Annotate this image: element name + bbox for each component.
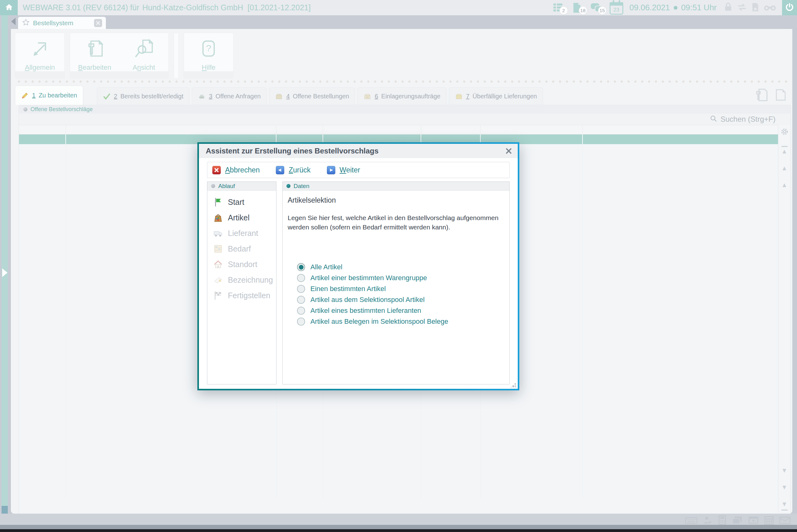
- wizard-step-label: Artikel: [228, 213, 249, 222]
- dialog-titlebar[interactable]: Assistent zur Erstellung eines Bestellvo…: [199, 144, 518, 158]
- view-tab[interactable]: 3 Offene Anfragen: [192, 88, 266, 105]
- view-tab[interactable]: 2 Bereits bestellt/erledigt: [97, 88, 189, 105]
- sidebar-flyout-arrow[interactable]: [2, 268, 7, 277]
- search-row: Suchen (Strg+F): [19, 114, 791, 125]
- ribbon-ansicht-button[interactable]: Ansicht: [119, 33, 168, 78]
- messages-badge[interactable]: 15: [590, 2, 606, 14]
- radio-label: Artikel aus Belegen im Selektionspool Be…: [310, 318, 448, 326]
- search-shortcut-label[interactable]: Suchen (Strg+F): [720, 115, 776, 124]
- ribbon-allgemein-button[interactable]: Allgemein: [15, 33, 64, 78]
- time-text: 09:51 Uhr: [681, 3, 717, 13]
- cancel-button[interactable]: Abbrechen: [212, 166, 260, 174]
- radio-button[interactable]: [297, 296, 305, 304]
- radio-option[interactable]: Artikel aus dem Selektionspool Artikel: [288, 294, 504, 305]
- next-button[interactable]: Weiter: [327, 166, 360, 174]
- taskbar-band: [0, 525, 797, 529]
- radio-option[interactable]: Alle Artikel: [288, 262, 504, 273]
- wizard-step[interactable]: Artikel: [207, 210, 276, 225]
- view-tab-label: Offene Bestellungen: [293, 93, 349, 100]
- calendar-icon[interactable]: 23: [610, 2, 623, 15]
- scroll-down-icon[interactable]: ▼: [781, 467, 787, 474]
- dot-separator: [674, 6, 678, 10]
- screen-edge: [0, 529, 797, 532]
- column-header[interactable]: [481, 125, 583, 134]
- chevron-left-icon[interactable]: [11, 18, 16, 25]
- lock-icon[interactable]: [723, 2, 734, 14]
- documents-badge[interactable]: 18: [571, 2, 587, 14]
- radio-option[interactable]: Artikel einer bestimmten Warengruppe: [288, 273, 504, 284]
- back-button[interactable]: Zurück: [276, 166, 310, 174]
- ribbon-bearbeiten-button[interactable]: Bearbeiten: [70, 33, 119, 78]
- column-settings-gear-icon[interactable]: [780, 127, 789, 137]
- dialog-title: Assistent zur Erstellung eines Bestellvo…: [206, 147, 505, 155]
- arrow-right-icon: [327, 166, 335, 174]
- radio-button[interactable]: [297, 318, 305, 326]
- wizard-step[interactable]: Standort: [207, 256, 276, 272]
- wizard-step-label: Standort: [228, 260, 258, 269]
- view-tab[interactable]: 1 Zu bearbeiten: [15, 86, 83, 105]
- view-tab-label: Bereits bestellt/erledigt: [120, 93, 183, 100]
- scroll-bottom-icon[interactable]: ▼: [781, 501, 787, 507]
- view-tab[interactable]: 6 Einlagerungsaufträge: [357, 88, 446, 105]
- view-tab-icon: [275, 92, 283, 100]
- radio-button[interactable]: [297, 263, 305, 271]
- radio-option[interactable]: Artikel eines bestimmten Lieferanten: [288, 305, 504, 316]
- favorite-star-icon[interactable]: [22, 18, 30, 28]
- dialog-close-button[interactable]: [505, 148, 512, 154]
- section-title: Offene Bestellvorschläge: [31, 106, 93, 113]
- ribbon-toolbar: Allgemein Bearbeiten Ansicht: [15, 33, 233, 78]
- scroll-up-icon[interactable]: ▲: [781, 182, 787, 188]
- radio-button[interactable]: [297, 274, 305, 282]
- new-entry-icon[interactable]: [774, 88, 787, 104]
- wizard-dialog: Assistent zur Erstellung eines Bestellvo…: [197, 142, 519, 391]
- column-header[interactable]: [277, 125, 323, 134]
- tasks-badge[interactable]: 2: [552, 2, 568, 14]
- page-heading: Artikelselektion: [288, 196, 504, 205]
- scroll-top-icon[interactable]: ▲: [781, 148, 787, 154]
- edit-entry-icon[interactable]: [755, 88, 769, 104]
- side-strip: [2, 15, 8, 511]
- radio-button[interactable]: [297, 285, 305, 293]
- table-header: [19, 125, 778, 134]
- document-star-icon[interactable]: [750, 2, 760, 14]
- scroll-page-up-icon[interactable]: ▲: [781, 165, 787, 171]
- dialog-body: Abbrechen Zurück Weiter: [199, 158, 518, 389]
- view-tab-label: Zu bearbeiten: [39, 92, 77, 99]
- steps-panel: Ablauf Start: [207, 182, 277, 384]
- wizard-step-label: Bedarf: [228, 244, 251, 253]
- radio-option[interactable]: Einen bestimmten Artikel: [288, 284, 504, 294]
- view-tab-label: Offene Anfragen: [215, 93, 261, 100]
- page-description: Legen Sie hier fest, welche Artikel in d…: [288, 213, 502, 232]
- column-header[interactable]: [66, 125, 277, 134]
- wizard-step-icon: [213, 197, 223, 207]
- view-tab[interactable]: 4 Offene Bestellungen: [269, 88, 355, 105]
- logout-button[interactable]: [782, 0, 797, 15]
- wizard-step[interactable]: Bedarf: [207, 241, 276, 256]
- scroll-page-down-icon[interactable]: ▼: [781, 484, 787, 490]
- scroll-to-top-bar: [781, 146, 787, 147]
- ribbon-separator: [174, 33, 179, 78]
- column-header[interactable]: [421, 125, 481, 134]
- wizard-step[interactable]: Fertigstellen: [207, 288, 276, 303]
- help-icon: ?: [197, 37, 220, 61]
- binoculars-icon[interactable]: [763, 2, 776, 14]
- column-header[interactable]: [323, 125, 421, 134]
- wizard-step[interactable]: Bezeichnung: [207, 272, 276, 288]
- column-header[interactable]: [19, 125, 66, 134]
- view-tab-icon: [21, 92, 29, 100]
- topbar: WEBWARE 3.01 (REV 66124) fürHund-Katze-G…: [0, 0, 797, 15]
- sync-arrows-icon[interactable]: [737, 2, 747, 14]
- radio-button[interactable]: [297, 307, 305, 315]
- radio-label: Artikel einer bestimmten Warengruppe: [310, 274, 427, 282]
- wizard-step-icon: [213, 290, 223, 301]
- data-bullet-icon: [286, 184, 290, 188]
- wizard-step-label: Start: [228, 198, 244, 207]
- tab-bestellsystem[interactable]: Bestellsystem: [18, 17, 106, 29]
- ribbon-hilfe-button[interactable]: ? Hilfe: [184, 33, 233, 78]
- radio-option[interactable]: Artikel aus Belegen im Selektionspool Be…: [288, 316, 504, 327]
- wizard-step[interactable]: Lieferant: [207, 225, 276, 241]
- wizard-step[interactable]: Start: [207, 194, 276, 210]
- home-button[interactable]: [0, 0, 18, 15]
- view-tab[interactable]: 7 Überfällige Lieferungen: [449, 88, 543, 105]
- tab-close-button[interactable]: [94, 19, 102, 27]
